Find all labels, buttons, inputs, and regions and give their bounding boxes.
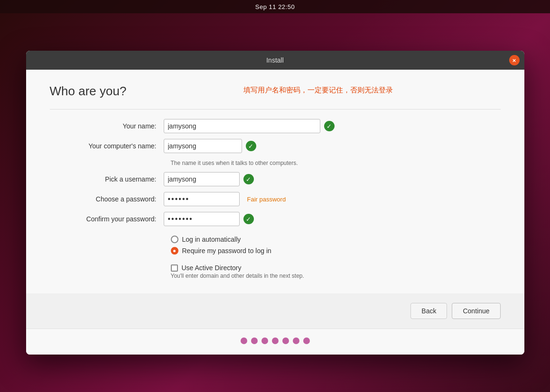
datetime: Sep 11 22:50 [255,3,295,10]
active-dir-label: Use Active Directory [182,264,242,272]
dialog-footer: Back Continue [26,293,524,328]
computer-name-check-icon: ✓ [246,141,256,151]
computer-name-hint: The name it uses when it talks to other … [171,160,491,166]
install-dialog: Install × Who are you? 填写用户名和密码，一定要记住，否则… [26,51,524,355]
active-dir-row: Use Active Directory [171,264,491,272]
close-icon: × [513,57,516,64]
progress-dot-3 [261,337,268,344]
progress-dot-2 [251,337,258,344]
continue-button[interactable]: Continue [452,303,500,319]
dialog-body: Who are you? 填写用户名和密码，一定要记住，否则无法登录 Your … [26,70,524,293]
computer-name-row: Your computer's name: ✓ [59,139,491,153]
your-name-label: Your name: [59,122,164,130]
username-check-icon: ✓ [243,174,254,184]
confirm-password-label: Confirm your password: [59,215,164,223]
your-name-row: Your name: ✓ [59,119,491,133]
confirm-password-row: Confirm your password: ✓ [59,212,491,226]
computer-name-input[interactable] [164,139,242,153]
dialog-wrapper: Install × Who are you? 填写用户名和密码，一定要记住，否则… [0,13,550,392]
progress-dot-6 [293,337,299,344]
progress-dot-7 [303,337,310,344]
notice-text: 填写用户名和密码，一定要记住，否则无法登录 [243,86,393,95]
your-name-input-wrap: ✓ [164,119,335,133]
login-auto-row: Log in automatically [171,236,491,243]
login-auto-radio[interactable] [171,236,178,243]
divider [50,109,501,109]
password-label: Choose a password: [59,195,164,203]
dialog-title: Install [266,56,284,64]
back-button[interactable]: Back [410,303,447,319]
computer-name-input-wrap: ✓ [164,139,256,153]
page-title: Who are you? [50,84,127,99]
progress-dot-4 [272,337,279,344]
require-password-label: Require my password to log in [182,247,271,255]
topbar: Sep 11 22:50 [0,0,550,13]
username-input-wrap: ✓ [164,172,254,186]
username-row: Pick a username: ✓ [59,172,491,186]
active-dir-checkbox[interactable] [171,264,178,272]
dialog-titlebar: Install × [26,51,524,70]
password-input[interactable] [164,192,240,206]
your-name-input[interactable] [164,119,320,133]
progress-dots [26,328,524,355]
password-strength: Fair password [247,196,286,203]
active-dir-hint: You'll enter domain and other details in… [171,273,491,279]
require-password-radio[interactable] [171,247,178,255]
username-label: Pick a username: [59,175,164,183]
your-name-check-icon: ✓ [324,121,335,131]
active-dir-section: Use Active Directory You'll enter domain… [59,264,491,279]
progress-dot-5 [282,337,289,344]
form-area: Your name: ✓ Your computer's name: ✓ The… [50,119,501,279]
password-row: Choose a password: Fair password [59,192,491,206]
computer-name-label: Your computer's name: [59,142,164,150]
login-options: Log in automatically Require my password… [171,236,491,255]
username-input[interactable] [164,172,240,186]
confirm-check-icon: ✓ [243,214,254,224]
login-auto-label: Log in automatically [182,236,241,243]
password-input-wrap: Fair password [164,192,286,206]
dialog-close-button[interactable]: × [509,55,520,65]
confirm-password-input-wrap: ✓ [164,212,254,226]
confirm-password-input[interactable] [164,212,240,226]
require-password-row: Require my password to log in [171,247,491,255]
progress-dot-1 [241,337,247,344]
